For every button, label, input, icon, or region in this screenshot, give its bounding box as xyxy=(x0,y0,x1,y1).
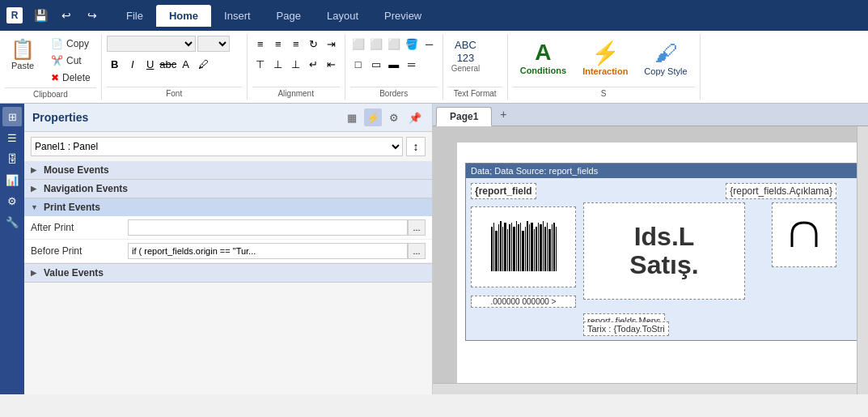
value-events-label: Value Events xyxy=(44,267,104,279)
value-events-header[interactable]: Value Events xyxy=(24,264,432,282)
mouse-events-header[interactable]: Mouse Events xyxy=(24,161,432,179)
vertical-scrollbar[interactable] xyxy=(857,126,868,394)
arch-icon-component[interactable] xyxy=(772,202,836,267)
fill-btn[interactable]: 🪣 xyxy=(404,36,420,52)
save-button[interactable]: 💾 xyxy=(29,4,52,27)
main-area: ⊞ ☰ 🗄 📊 ⚙ 🔧 Properties ▦ ⚡ ⚙ 📌 Panel1 : … xyxy=(0,104,868,394)
fontcolor-button[interactable]: A xyxy=(178,56,194,72)
before-print-row: Before Print ... xyxy=(24,240,432,263)
cut-icon: ✂️ xyxy=(51,55,63,66)
interaction-button[interactable]: ⚡ Interaction xyxy=(575,36,635,80)
tab-layout[interactable]: Layout xyxy=(314,5,371,27)
tab-home[interactable]: Home xyxy=(156,5,211,27)
valign-mid-btn[interactable]: ⊥ xyxy=(270,56,286,72)
barcode-component[interactable] xyxy=(471,206,576,287)
paste-button[interactable]: 📋 Paste xyxy=(5,36,40,74)
sidebar-data-icon[interactable]: 🗄 xyxy=(2,149,22,168)
cut-button[interactable]: ✂️ Cut xyxy=(45,53,96,69)
line-color-btn[interactable]: ─ xyxy=(421,36,438,52)
ribbon-group-font: B I U abc A 🖊 Font xyxy=(102,34,248,100)
outdent-btn[interactable]: ⇤ xyxy=(324,56,340,72)
tab-insert[interactable]: Insert xyxy=(211,5,264,27)
sidebar-report-icon[interactable]: 📊 xyxy=(2,170,22,189)
sidebar-components-icon[interactable]: ⚙ xyxy=(2,191,22,211)
align-center-btn[interactable]: ≡ xyxy=(270,36,286,52)
font-name-select[interactable] xyxy=(107,36,196,52)
sort-button[interactable]: ↕ xyxy=(406,137,426,156)
big-text-component[interactable]: Ids.L Satış. xyxy=(583,202,745,300)
sidebar-nav-icon[interactable]: ☰ xyxy=(2,128,22,147)
align-left-btn[interactable]: ≡ xyxy=(252,36,269,52)
clipboard-content: 📋 Paste 📄 Copy ✂️ Cut ✖ Delete xyxy=(5,36,96,86)
props-settings-btn[interactable]: ⚙ xyxy=(385,109,403,126)
border-none-btn[interactable]: □ xyxy=(350,56,366,72)
panel-select-dropdown[interactable]: Panel1 : Panel xyxy=(31,137,403,156)
after-print-dots-button[interactable]: ... xyxy=(408,219,426,236)
redo-button[interactable]: ↪ xyxy=(81,4,104,27)
properties-panel: Properties ▦ ⚡ ⚙ 📌 Panel1 : Panel ↕ Mous… xyxy=(24,104,433,394)
delete-button[interactable]: ✖ Delete xyxy=(45,70,96,86)
before-print-dots-button[interactable]: ... xyxy=(408,243,426,259)
tab-page[interactable]: Page xyxy=(264,5,314,27)
field-report-field[interactable]: {report_field xyxy=(471,183,536,199)
highlight-button[interactable]: 🖊 xyxy=(196,56,212,72)
border-style-btn[interactable]: ═ xyxy=(404,56,420,72)
tab-file[interactable]: File xyxy=(113,5,156,27)
ribbon-group-textformat: ABC 123 General Text Format xyxy=(443,34,508,100)
copy-button[interactable]: 📄 Copy xyxy=(45,36,96,52)
sidebar-tools-icon[interactable]: 🔧 xyxy=(2,212,22,232)
font-size-select[interactable] xyxy=(197,36,230,52)
bold-button[interactable]: B xyxy=(107,56,123,72)
cut-label: Cut xyxy=(66,55,82,66)
app-icon: R xyxy=(6,7,23,23)
conditions-button[interactable]: A Conditions xyxy=(513,36,574,79)
field-aciklama[interactable]: {report_fields.Açıklama} xyxy=(726,183,836,199)
properties-title: Properties xyxy=(32,111,88,124)
mouse-events-section: Mouse Events xyxy=(24,161,432,180)
wrap-btn[interactable]: ↵ xyxy=(306,56,322,72)
italic-button[interactable]: I xyxy=(125,56,141,72)
borders-row-2: □ ▭ ▬ ═ xyxy=(350,56,420,72)
panel-selector: Panel1 : Panel ↕ xyxy=(24,132,432,161)
horizontal-scrollbar[interactable] xyxy=(433,383,857,394)
valign-bot-btn[interactable]: ⊥ xyxy=(288,56,304,72)
left-sidebar: ⊞ ☰ 🗄 📊 ⚙ 🔧 xyxy=(0,104,24,394)
copystyle-button[interactable]: 🖌 Copy Style xyxy=(637,36,694,80)
tab-preview[interactable]: Preview xyxy=(371,5,434,27)
alignment-content: ≡ ≡ ≡ ↻ ⇥ ⊤ ⊥ ⊥ ↵ ⇤ xyxy=(252,36,340,85)
navigation-events-header[interactable]: Navigation Events xyxy=(24,180,432,198)
before-print-input[interactable] xyxy=(128,243,408,259)
value-events-section: Value Events xyxy=(24,264,432,283)
strikethrough-button[interactable]: abc xyxy=(160,56,176,72)
border-top-btn[interactable]: ▭ xyxy=(368,56,384,72)
border-bot-btn[interactable]: ▬ xyxy=(386,56,402,72)
underline-button[interactable]: U xyxy=(142,56,159,72)
interaction-label: Interaction xyxy=(582,66,628,76)
add-page-button[interactable]: + xyxy=(493,104,513,124)
props-category-view-btn[interactable]: ⚡ xyxy=(364,109,382,126)
report-datasource-header: Data; Data Source: report_fields xyxy=(466,164,861,178)
barcode-number-field[interactable]: .000000 000000 > xyxy=(471,296,576,308)
print-events-header[interactable]: Print Events xyxy=(24,198,432,216)
border-outer-btn[interactable]: ⬜ xyxy=(368,36,384,52)
properties-header-buttons: ▦ ⚡ ⚙ 📌 xyxy=(343,109,424,126)
after-print-row: After Print ... xyxy=(24,216,432,240)
valign-top-btn[interactable]: ⊤ xyxy=(252,56,269,72)
props-pin-btn[interactable]: 📌 xyxy=(406,109,424,126)
undo-button[interactable]: ↩ xyxy=(55,4,78,27)
ribbon-group-borders: ⬜ ⬜ ⬜ 🪣 ─ □ ▭ ▬ ═ Borders xyxy=(345,34,443,100)
report-component[interactable]: Data; Data Source: report_fields {report… xyxy=(465,163,862,341)
field-tarix[interactable]: Tarix : {Today.ToStri xyxy=(583,321,669,336)
interaction-icon: ⚡ xyxy=(591,40,620,66)
border-inner-btn[interactable]: ⬜ xyxy=(386,36,402,52)
indent-btn[interactable]: ⇥ xyxy=(324,36,340,52)
props-grid-view-btn[interactable]: ▦ xyxy=(343,109,361,126)
sidebar-properties-icon[interactable]: ⊞ xyxy=(2,107,22,126)
border-all-btn[interactable]: ⬜ xyxy=(350,36,366,52)
after-print-input[interactable] xyxy=(128,219,408,236)
styles-content: A Conditions ⚡ Interaction 🖌 Copy Style xyxy=(513,36,695,85)
conditions-label: Conditions xyxy=(520,66,566,75)
page-tab-1[interactable]: Page1 xyxy=(436,107,492,126)
rotate-btn[interactable]: ↻ xyxy=(306,36,322,52)
align-right-btn[interactable]: ≡ xyxy=(288,36,304,52)
